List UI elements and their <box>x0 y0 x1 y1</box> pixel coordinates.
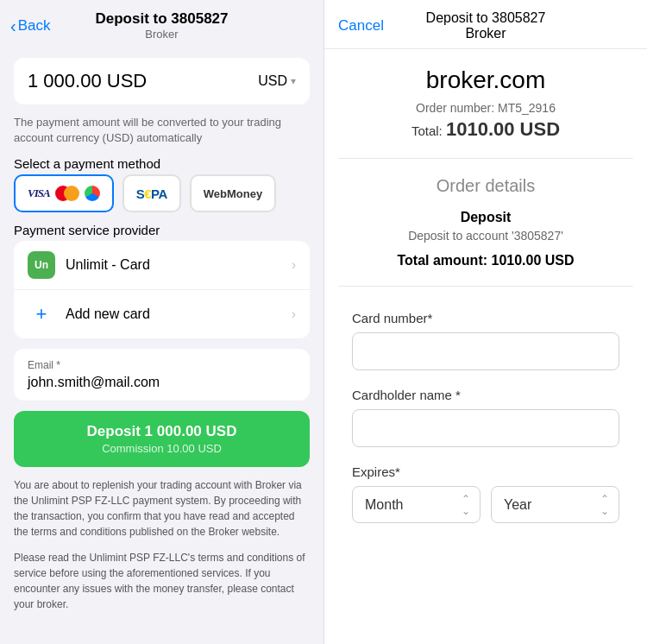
left-subtitle: Broker <box>95 28 228 41</box>
broker-name: broker.com <box>426 66 546 94</box>
unlimit-icon: Un <box>28 251 55 279</box>
right-panel: Cancel Deposit to 3805827 Broker broker.… <box>324 0 647 644</box>
card-number-field-group: Card number* <box>352 311 619 370</box>
expires-row: Month 01 02 03 04 05 06 07 08 09 10 11 <box>352 486 619 523</box>
email-card: Email * john.smith@mail.com <box>14 349 310 401</box>
email-label: Email * <box>28 359 296 371</box>
webmoney-logo: WebMoney <box>204 187 262 200</box>
sepa-logo: S€PA <box>136 186 167 201</box>
provider-section: Payment service provider Un Unlimit - Ca… <box>14 223 310 338</box>
total-label: Total: <box>411 123 443 138</box>
auto-convert-note: The payment amount will be converted to … <box>14 115 310 146</box>
order-number: Order number: MT5_2916 <box>416 101 556 115</box>
provider-label: Payment service provider <box>14 223 310 237</box>
month-select-wrapper: Month 01 02 03 04 05 06 07 08 09 10 11 <box>352 486 481 523</box>
order-total-bold: Total amount: 1010.00 USD <box>338 253 633 268</box>
payment-method-label: Select a payment method <box>14 156 310 171</box>
right-subtitle: Broker <box>426 26 546 41</box>
left-content: 1 000.00 USD USD ▾ The payment amount wi… <box>0 47 324 622</box>
terms-text-2: Please read the Unlimint PSP FZ-LLC's te… <box>14 550 310 612</box>
month-select[interactable]: Month 01 02 03 04 05 06 07 08 09 10 11 <box>352 486 481 523</box>
year-select[interactable]: Year 2024 2025 2026 2027 2028 2029 2030 <box>491 486 619 523</box>
left-header: ‹ Back Deposit to 3805827 Broker <box>0 0 324 47</box>
right-header-title: Deposit to 3805827 Broker <box>426 10 546 41</box>
cardholder-field-group: Cardholder name * <box>352 388 619 447</box>
order-detail-value: Deposit to account '3805827' <box>338 229 633 243</box>
deposit-button[interactable]: Deposit 1 000.00 USD Commission 10.00 US… <box>14 411 310 467</box>
provider-unlimit[interactable]: Un Unlimit - Card › <box>14 241 310 290</box>
right-header: Cancel Deposit to 3805827 Broker <box>324 0 647 49</box>
back-label: Back <box>18 17 51 35</box>
provider-list: Un Unlimit - Card › + Add new card › <box>14 241 310 338</box>
left-title: Deposit to 3805827 <box>95 10 228 28</box>
cardholder-input[interactable] <box>352 409 619 447</box>
top-divider <box>338 158 633 159</box>
mc-orange-circle <box>64 186 79 201</box>
currency-label: USD <box>258 73 287 89</box>
year-select-wrapper: Year 2024 2025 2026 2027 2028 2029 2030 … <box>491 486 619 523</box>
provider-unlimit-chevron: › <box>292 257 296 273</box>
form-section: Card number* Cardholder name * Expires* … <box>338 311 633 540</box>
right-title: Deposit to 3805827 <box>426 10 546 26</box>
deposit-button-main: Deposit 1 000.00 USD <box>28 423 296 440</box>
payment-method-webmoney[interactable]: WebMoney <box>190 174 276 212</box>
payment-method-sepa[interactable]: S€PA <box>122 174 181 212</box>
card-number-input[interactable] <box>352 332 619 370</box>
payment-method-section: Select a payment method VISA S€PA <box>14 156 310 212</box>
provider-add-name: Add new card <box>66 306 292 322</box>
left-panel: ‹ Back Deposit to 3805827 Broker 1 000.0… <box>0 0 324 644</box>
email-value: john.smith@mail.com <box>28 375 296 390</box>
left-header-title: Deposit to 3805827 Broker <box>95 10 228 41</box>
amount-card: 1 000.00 USD USD ▾ <box>14 58 310 104</box>
sepa-e: € <box>144 186 151 201</box>
provider-add-card[interactable]: + Add new card › <box>14 290 310 338</box>
visa-logo: VISA <box>28 186 50 200</box>
payment-method-visa-mc[interactable]: VISA <box>14 174 114 212</box>
twint-circle-icon <box>85 186 100 201</box>
order-detail-label: Deposit <box>338 210 633 225</box>
total-amount: 1010.00 USD <box>446 118 560 140</box>
add-card-icon: + <box>28 300 55 328</box>
currency-chevron-icon: ▾ <box>291 75 296 87</box>
amount-value: 1 000.00 USD <box>28 70 147 92</box>
bottom-divider <box>338 286 633 287</box>
provider-add-chevron: › <box>292 306 296 322</box>
order-details-title: Order details <box>338 176 633 196</box>
mastercard-logo <box>55 186 79 201</box>
deposit-button-sub: Commission 10.00 USD <box>28 442 296 455</box>
currency-selector[interactable]: USD ▾ <box>258 73 296 89</box>
terms-text-1: You are about to replenish your trading … <box>14 477 310 540</box>
payment-methods-list: VISA S€PA WebMoney <box>14 174 310 212</box>
card-number-label: Card number* <box>352 311 619 325</box>
provider-unlimit-name: Unlimit - Card <box>66 257 292 273</box>
cancel-button[interactable]: Cancel <box>338 17 384 35</box>
expires-label: Expires* <box>352 464 619 479</box>
expires-field-group: Expires* Month 01 02 03 04 05 06 07 08 <box>352 464 619 523</box>
cardholder-label: Cardholder name * <box>352 388 619 402</box>
back-button[interactable]: ‹ Back <box>10 17 50 35</box>
right-content: broker.com Order number: MT5_2916 Total:… <box>324 49 647 558</box>
back-chevron-icon: ‹ <box>10 17 16 35</box>
total-line: Total: 1010.00 USD <box>411 118 560 141</box>
order-details-section: Order details Deposit Deposit to account… <box>338 176 633 268</box>
